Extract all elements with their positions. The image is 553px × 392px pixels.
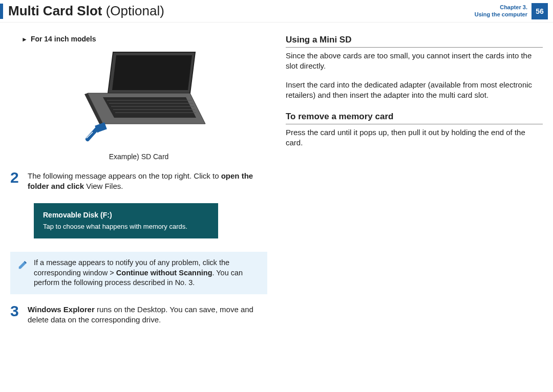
section-heading-mini-sd: Using a Mini SD: [286, 35, 543, 48]
step-3: 3 Windows Explorer runs on the Desktop. …: [10, 303, 267, 325]
toast-notification: Removable Disk (F:) Tap to choose what h…: [34, 203, 218, 239]
title-sub: (Optional): [102, 3, 164, 18]
page-number: 56: [531, 3, 548, 19]
note-box: If a message appears to notify you of an…: [10, 252, 267, 294]
chapter-text: Chapter 3. Using the computer: [475, 4, 527, 17]
laptop-icon: [67, 47, 210, 149]
accent-bar: [0, 4, 3, 19]
title-main: Multi Card Slot: [8, 3, 102, 18]
paragraph: Since the above cards are too small, you…: [286, 51, 543, 72]
chapter-line2: Using the computer: [475, 11, 527, 18]
step-text: The following message appears on the top…: [28, 170, 267, 192]
step2-a: The following message appears on the top…: [28, 171, 221, 180]
page-header: Multi Card Slot (Optional) Chapter 3. Us…: [0, 0, 553, 23]
laptop-figure: Example) SD Card: [10, 47, 267, 161]
title-wrap: Multi Card Slot (Optional): [0, 0, 164, 22]
section-heading-remove: To remove a memory card: [286, 112, 543, 124]
step-2: 2 The following message appears on the t…: [10, 170, 267, 192]
left-column: For 14 inch models: [10, 32, 267, 325]
svg-marker-1: [112, 55, 192, 90]
step2-c: View Files.: [84, 182, 123, 190]
toast-body: Tap to choose what happens with memory c…: [43, 222, 209, 231]
step-number: 3: [10, 303, 23, 325]
models-heading: For 14 inch models: [22, 35, 267, 43]
step3-a: Windows Explorer: [28, 305, 95, 314]
content: For 14 inch models: [0, 23, 553, 325]
note-text: If a message appears to notify you of an…: [34, 258, 260, 288]
step-number: 2: [10, 170, 23, 192]
toast-title: Removable Disk (F:): [43, 210, 209, 221]
paragraph: Press the card until it pops up, then pu…: [286, 127, 543, 148]
chapter-line1: Chapter 3.: [475, 4, 527, 11]
step-text: Windows Explorer runs on the Desktop. Yo…: [28, 303, 267, 325]
sd-card-icon: [87, 122, 107, 139]
note-b: Continue without Scanning: [116, 269, 212, 277]
page-title: Multi Card Slot (Optional): [8, 3, 164, 19]
figure-caption: Example) SD Card: [109, 153, 169, 161]
right-column: Using a Mini SD Since the above cards ar…: [286, 32, 543, 325]
paragraph: Insert the card into the dedicated adapt…: [286, 80, 543, 101]
note-icon: [17, 258, 29, 288]
chapter-info: Chapter 3. Using the computer 56: [475, 3, 553, 19]
